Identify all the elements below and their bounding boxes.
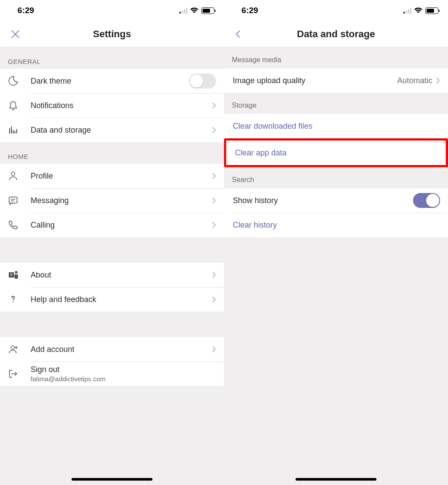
home-indicator bbox=[72, 478, 153, 481]
moon-icon bbox=[8, 76, 18, 86]
dark-theme-label: Dark theme bbox=[31, 77, 189, 86]
chevron-right-icon bbox=[212, 271, 216, 278]
section-header-search: Search bbox=[224, 167, 448, 188]
sign-out-icon bbox=[8, 369, 18, 379]
nav-bar: Settings bbox=[0, 21, 224, 47]
image-upload-label: Image upload quality bbox=[233, 76, 397, 85]
show-history-toggle[interactable] bbox=[413, 193, 440, 208]
clear-files-row[interactable]: Clear downloaded files bbox=[224, 114, 448, 138]
signal-icon bbox=[179, 7, 187, 14]
about-label: About bbox=[31, 271, 212, 280]
wifi-icon bbox=[414, 7, 423, 14]
teams-icon: T bbox=[8, 270, 19, 280]
clear-history-row[interactable]: Clear history bbox=[224, 213, 448, 237]
signal-icon bbox=[403, 7, 411, 14]
section-header-storage: Storage bbox=[224, 93, 448, 114]
clear-app-data-row[interactable]: Clear app data bbox=[226, 141, 446, 165]
battery-icon bbox=[201, 7, 214, 14]
sign-out-label: Sign out bbox=[31, 365, 105, 374]
bell-icon bbox=[8, 100, 18, 111]
dark-theme-toggle[interactable] bbox=[189, 74, 216, 88]
help-icon bbox=[8, 294, 18, 305]
data-storage-label: Data and storage bbox=[31, 126, 212, 135]
chevron-right-icon bbox=[212, 172, 216, 179]
highlight-annotation: Clear app data bbox=[224, 138, 448, 167]
phone-icon bbox=[8, 220, 18, 230]
close-icon bbox=[10, 29, 20, 39]
status-time: 6:29 bbox=[242, 6, 258, 15]
add-account-row[interactable]: Add account bbox=[0, 337, 224, 362]
bars-icon bbox=[8, 125, 18, 135]
page-title: Data and storage bbox=[224, 28, 448, 40]
show-history-row[interactable]: Show history bbox=[224, 188, 448, 213]
chevron-right-icon bbox=[212, 127, 216, 134]
image-upload-row[interactable]: Image upload quality Automatic bbox=[224, 68, 448, 93]
chevron-right-icon bbox=[212, 221, 216, 228]
notifications-row[interactable]: Notifications bbox=[0, 93, 224, 118]
image-upload-value: Automatic bbox=[397, 76, 432, 85]
svg-point-0 bbox=[11, 172, 15, 176]
svg-text:T: T bbox=[10, 273, 13, 277]
status-icons bbox=[179, 7, 214, 14]
messaging-label: Messaging bbox=[31, 196, 212, 205]
message-icon bbox=[8, 195, 18, 206]
spacer bbox=[0, 237, 224, 263]
chevron-right-icon bbox=[436, 77, 440, 84]
status-icons bbox=[403, 7, 438, 14]
chevron-left-icon bbox=[234, 29, 242, 39]
data-storage-screen: 6:29 Data and storage Message media Imag… bbox=[224, 0, 448, 485]
chevron-right-icon bbox=[212, 296, 216, 303]
add-person-icon bbox=[8, 344, 19, 355]
page-title: Settings bbox=[0, 28, 224, 40]
clear-history-label: Clear history bbox=[233, 221, 440, 230]
section-header-message-media: Message media bbox=[224, 47, 448, 68]
svg-point-4 bbox=[15, 271, 18, 274]
chevron-right-icon bbox=[212, 346, 216, 353]
settings-screen: 6:29 Settings General Dark theme Notific… bbox=[0, 0, 224, 485]
calling-label: Calling bbox=[31, 221, 212, 230]
messaging-row[interactable]: Messaging bbox=[0, 188, 224, 213]
help-row[interactable]: Help and feedback bbox=[0, 287, 224, 312]
dark-theme-row[interactable]: Dark theme bbox=[0, 69, 224, 93]
wifi-icon bbox=[190, 7, 199, 14]
spacer bbox=[0, 312, 224, 337]
battery-icon bbox=[425, 7, 438, 14]
add-account-label: Add account bbox=[31, 345, 212, 354]
calling-row[interactable]: Calling bbox=[0, 213, 224, 237]
svg-rect-1 bbox=[9, 197, 17, 203]
home-indicator bbox=[296, 478, 377, 481]
help-label: Help and feedback bbox=[31, 295, 212, 304]
person-icon bbox=[8, 171, 18, 181]
data-storage-row[interactable]: Data and storage bbox=[0, 118, 224, 142]
svg-point-5 bbox=[11, 346, 14, 349]
back-button[interactable] bbox=[234, 29, 242, 39]
sign-out-email: fatima@addictivetips.com bbox=[31, 375, 105, 383]
profile-label: Profile bbox=[31, 172, 212, 181]
sign-out-row[interactable]: Sign out fatima@addictivetips.com bbox=[0, 362, 224, 386]
clear-app-data-label: Clear app data bbox=[235, 148, 438, 158]
status-bar: 6:29 bbox=[224, 0, 448, 21]
about-row[interactable]: T About bbox=[0, 263, 224, 287]
close-button[interactable] bbox=[10, 29, 20, 39]
status-bar: 6:29 bbox=[0, 0, 224, 21]
clear-files-label: Clear downloaded files bbox=[233, 122, 440, 131]
section-header-home: Home bbox=[0, 142, 224, 164]
notifications-label: Notifications bbox=[31, 101, 212, 110]
show-history-label: Show history bbox=[233, 196, 413, 205]
profile-row[interactable]: Profile bbox=[0, 164, 224, 188]
status-time: 6:29 bbox=[18, 6, 34, 15]
nav-bar: Data and storage bbox=[224, 21, 448, 47]
chevron-right-icon bbox=[212, 102, 216, 109]
section-header-general: General bbox=[0, 47, 224, 69]
chevron-right-icon bbox=[212, 197, 216, 204]
